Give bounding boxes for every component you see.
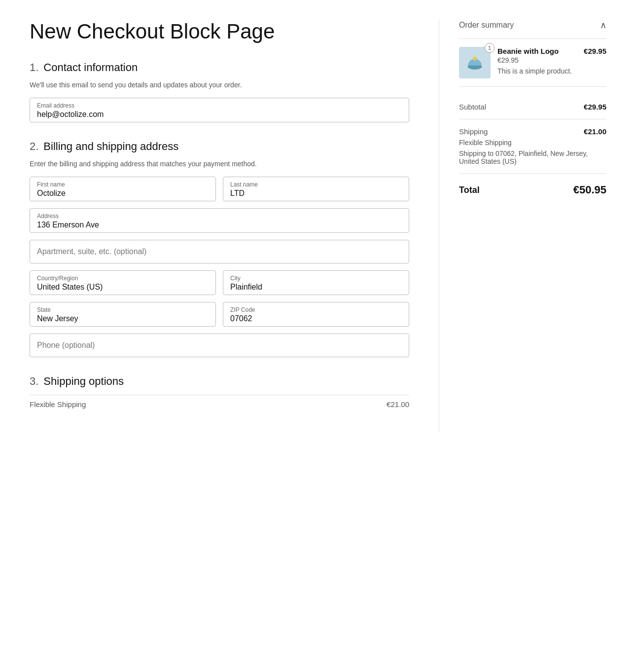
shipping-section-number: 3.	[30, 375, 38, 388]
state-zip-row: State ZIP Code	[30, 302, 409, 327]
email-input[interactable]	[37, 110, 402, 119]
shipping-summary-section: Shipping €21.00 Flexible Shipping Shippi…	[459, 119, 606, 174]
shipping-method-label: Flexible Shipping	[30, 400, 86, 409]
billing-description: Enter the billing and shipping address t…	[30, 160, 409, 168]
zip-input[interactable]	[230, 314, 402, 323]
city-wrapper[interactable]: City	[223, 270, 409, 295]
shipping-section-title: Shipping options	[43, 375, 124, 388]
shipping-summary-method: Flexible Shipping	[459, 139, 606, 147]
first-name-label: First name	[37, 181, 209, 188]
email-label: Email address	[37, 102, 402, 109]
shipping-summary-value: €21.00	[584, 127, 606, 136]
address-group: Address	[30, 208, 409, 233]
product-image-wrapper: 1	[459, 47, 491, 78]
order-summary-header: Order summary ∧	[459, 20, 606, 39]
shipping-option-row: Flexible Shipping €21.00	[30, 395, 409, 413]
last-name-input[interactable]	[230, 189, 402, 198]
contact-section-number: 1.	[30, 61, 38, 74]
zip-group: ZIP Code	[223, 302, 409, 327]
country-input[interactable]	[37, 283, 209, 292]
product-price-main: €29.95	[584, 47, 606, 55]
shipping-section-header: 3. Shipping options	[30, 375, 409, 388]
billing-section-header: 2. Billing and shipping address	[30, 140, 409, 153]
order-summary-title: Order summary	[459, 21, 514, 30]
shipping-method-price: €21.00	[387, 400, 409, 409]
contact-section-header: 1. Contact information	[30, 61, 409, 74]
name-row: First name Last name	[30, 177, 409, 201]
product-info: Beanie with Logo €29.95 €29.95 This is a…	[497, 47, 606, 78]
billing-section-title: Billing and shipping address	[43, 140, 178, 153]
billing-section: 2. Billing and shipping address Enter th…	[30, 140, 409, 357]
svg-point-3	[473, 57, 477, 61]
country-group: Country/Region	[30, 270, 216, 295]
product-row: 1 Beanie with Logo €29.95 €29.95 This is…	[459, 47, 606, 87]
page-title: New Checkout Block Page	[30, 20, 409, 43]
last-name-label: Last name	[230, 181, 402, 188]
product-description: This is a simple product.	[497, 67, 606, 75]
apartment-input[interactable]	[37, 247, 402, 256]
shipping-summary-address: Shipping to 07062, Plainfield, New Jerse…	[459, 149, 606, 165]
product-image	[459, 47, 491, 78]
country-label: Country/Region	[37, 275, 209, 282]
total-value: €50.95	[573, 184, 606, 196]
contact-description: We'll use this email to send you details…	[30, 81, 409, 89]
main-content: New Checkout Block Page 1. Contact infor…	[30, 20, 409, 431]
phone-wrapper[interactable]	[30, 334, 409, 357]
zip-wrapper[interactable]: ZIP Code	[223, 302, 409, 327]
product-quantity-badge: 1	[485, 43, 495, 53]
subtotal-label: Subtotal	[459, 103, 486, 111]
first-name-input[interactable]	[37, 189, 209, 198]
order-summary-sidebar: Order summary ∧	[439, 20, 606, 431]
subtotal-row: Subtotal €29.95	[459, 95, 606, 119]
country-wrapper[interactable]: Country/Region	[30, 270, 216, 295]
beanie-icon	[464, 52, 486, 74]
contact-section: 1. Contact information We'll use this em…	[30, 61, 409, 122]
chevron-up-icon[interactable]: ∧	[600, 20, 606, 31]
state-label: State	[37, 306, 209, 313]
address-label: Address	[37, 213, 402, 220]
city-label: City	[230, 275, 402, 282]
billing-section-number: 2.	[30, 140, 38, 153]
last-name-wrapper[interactable]: Last name	[223, 177, 409, 201]
zip-label: ZIP Code	[230, 306, 402, 313]
product-price-small: €29.95	[497, 56, 606, 64]
phone-input[interactable]	[37, 341, 402, 350]
apartment-group	[30, 240, 409, 263]
country-city-row: Country/Region City	[30, 270, 409, 295]
svg-rect-4	[468, 66, 482, 67]
phone-group	[30, 334, 409, 357]
city-input[interactable]	[230, 283, 402, 292]
state-wrapper[interactable]: State	[30, 302, 216, 327]
address-input[interactable]	[37, 221, 402, 229]
last-name-group: Last name	[223, 177, 409, 201]
product-name: Beanie with Logo	[497, 47, 559, 55]
apartment-placeholder[interactable]	[30, 240, 409, 263]
subtotal-value: €29.95	[584, 103, 606, 111]
email-field-wrapper[interactable]: Email address	[30, 98, 409, 122]
total-row: Total €50.95	[459, 174, 606, 196]
address-wrapper[interactable]: Address	[30, 208, 409, 233]
shipping-summary-label: Shipping	[459, 127, 488, 136]
first-name-group: First name	[30, 177, 216, 201]
shipping-section: 3. Shipping options Flexible Shipping €2…	[30, 375, 409, 413]
contact-section-title: Contact information	[43, 61, 138, 74]
state-input[interactable]	[37, 314, 209, 323]
first-name-wrapper[interactable]: First name	[30, 177, 216, 201]
state-group: State	[30, 302, 216, 327]
total-label: Total	[459, 185, 480, 195]
city-group: City	[223, 270, 409, 295]
email-field-group: Email address	[30, 98, 409, 122]
